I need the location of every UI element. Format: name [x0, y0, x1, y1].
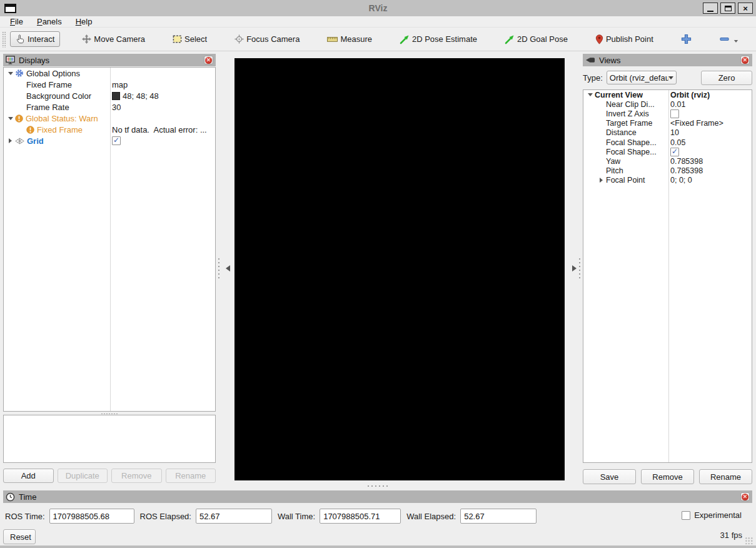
tree-row-current-view[interactable]: Current ViewOrbit (rviz) [583, 90, 752, 99]
property-value[interactable]: map [112, 80, 128, 89]
duplicate-button[interactable]: Duplicate [58, 469, 108, 483]
tree-row-global-options[interactable]: Global Options [4, 68, 215, 79]
tool-label: Focus Camera [246, 34, 300, 44]
property-value[interactable]: 48; 48; 48 [123, 91, 159, 101]
property-value[interactable]: 30 [112, 103, 121, 112]
left-splitter-handle[interactable] [218, 257, 221, 281]
field-input[interactable] [49, 509, 134, 524]
add-tool-button[interactable] [675, 31, 697, 48]
property-value[interactable]: 0.785398 [670, 157, 703, 166]
views-panel-header[interactable]: Views ✕ [583, 54, 752, 66]
add-button[interactable]: Add [3, 469, 54, 483]
bottom-splitter-handle[interactable] [366, 485, 389, 488]
checkbox[interactable] [112, 136, 121, 145]
remove-tool-button[interactable] [713, 30, 744, 48]
views-close-button[interactable]: ✕ [740, 56, 750, 64]
rename-button[interactable]: Rename [166, 469, 216, 483]
field-input[interactable] [460, 509, 537, 524]
tree-row-grid[interactable]: Grid [4, 135, 215, 146]
tool-measure[interactable]: Measure [321, 31, 378, 47]
save-button[interactable]: Save [583, 469, 636, 484]
time-field-ros-elapsed: ROS Elapsed: [140, 509, 272, 524]
menu-item-panels[interactable]: Panels [37, 17, 62, 26]
tree-row-frame-rate[interactable]: Frame Rate30 [4, 101, 215, 113]
property-value[interactable]: 0; 0; 0 [670, 176, 692, 185]
tree-row-yaw[interactable]: Yaw0.785398 [583, 156, 752, 166]
tool-focus-camera[interactable]: Focus Camera [229, 31, 305, 47]
tree-row-focal-point[interactable]: Focal Point0; 0; 0 [583, 176, 752, 185]
collapse-right-arrow-icon[interactable] [572, 265, 580, 271]
warning-icon [26, 126, 34, 134]
views-buttons: SaveRemoveRename [583, 469, 752, 484]
property-value[interactable]: 10 [670, 128, 679, 137]
monitor-icon [6, 56, 15, 64]
tool-select[interactable]: Select [167, 31, 213, 47]
remove-button[interactable]: Remove [111, 469, 162, 483]
time-panel-body: ROS Time:ROS Elapsed:Wall Time:Wall Elap… [0, 503, 756, 545]
column-divider[interactable] [110, 68, 111, 411]
field-input[interactable] [196, 509, 272, 524]
view-type-dropdown[interactable]: Orbit (rviz_default_p [607, 71, 677, 84]
tree-row-pitch[interactable]: Pitch0.785398 [583, 166, 752, 176]
displays-close-button[interactable]: ✕ [204, 56, 213, 64]
tool-move-camera[interactable]: Move Camera [76, 31, 151, 47]
tool-publish-point[interactable]: Publish Point [590, 31, 659, 48]
time-field-ros-time: ROS Time: [5, 509, 134, 524]
property-value[interactable]: 0.05 [670, 138, 685, 147]
color-swatch[interactable] [112, 92, 120, 100]
property-value[interactable]: 0.01 [670, 100, 685, 109]
expander-right-icon[interactable] [6, 138, 15, 143]
property-value[interactable]: <Fixed Frame> [670, 119, 723, 128]
zero-button[interactable]: Zero [701, 71, 752, 85]
tree-row-focal-shape[interactable]: Focal Shape...0.05 [583, 138, 752, 147]
time-panel-header[interactable]: Time ✕ [3, 490, 752, 503]
property-value[interactable]: Orbit (rviz) [670, 91, 710, 99]
tree-row-invert-z-axis[interactable]: Invert Z Axis [583, 109, 752, 118]
pose-arrow-icon [505, 34, 515, 44]
tree-row-fixed-frame[interactable]: Fixed Framemap [4, 79, 215, 90]
checkbox[interactable] [670, 109, 679, 118]
minimize-button[interactable] [703, 3, 718, 14]
tree-row-global-status-warn[interactable]: Global Status: Warn [4, 113, 215, 124]
menu-item-help[interactable]: Help [76, 17, 93, 26]
title-bar[interactable]: RViz × [0, 0, 756, 16]
maximize-button[interactable] [720, 3, 735, 14]
tree-row-background-color[interactable]: Background Color48; 48; 48 [4, 90, 215, 101]
selection-box-icon [173, 34, 182, 44]
remove-button[interactable]: Remove [641, 469, 694, 484]
experimental-checkbox[interactable] [682, 511, 690, 520]
close-icon: ✕ [742, 494, 748, 500]
experimental-label: Experimental [694, 510, 742, 520]
tree-row-focal-shape[interactable]: Focal Shape... [583, 147, 752, 156]
reset-button[interactable]: Reset [3, 529, 36, 544]
3d-viewport[interactable] [234, 58, 565, 480]
tool-2d-pose-estimate[interactable]: 2D Pose Estimate [394, 31, 483, 48]
close-button[interactable]: × [738, 3, 753, 14]
property-value[interactable]: No tf data. Actual error: ... [112, 125, 207, 134]
displays-panel-header[interactable]: Displays ✕ [3, 54, 216, 66]
expander-right-icon[interactable] [597, 178, 606, 183]
toolbar-drag-handle[interactable] [2, 31, 6, 48]
views-type-row: Type: Orbit (rviz_default_p Zero [583, 69, 752, 86]
column-divider[interactable] [668, 90, 669, 462]
checkbox[interactable] [670, 148, 679, 156]
window-icon[interactable] [4, 4, 16, 13]
resize-grip[interactable] [745, 537, 753, 544]
tree-row-distance[interactable]: Distance10 [583, 128, 752, 138]
expander-down-icon[interactable] [6, 69, 15, 78]
rename-button[interactable]: Rename [699, 469, 752, 484]
tree-row-fixed-frame[interactable]: Fixed FrameNo tf data. Actual error: ... [4, 124, 215, 135]
tool-2d-goal-pose[interactable]: 2D Goal Pose [499, 31, 573, 48]
tool-interact[interactable]: Interact [10, 31, 60, 47]
tree-row-target-frame[interactable]: Target Frame<Fixed Frame> [583, 119, 752, 128]
expander-down-icon[interactable] [6, 114, 15, 123]
menu-item-file[interactable]: File [10, 17, 23, 26]
tree-row-near-clip-di[interactable]: Near Clip Di...0.01 [583, 99, 752, 109]
collapse-left-arrow-icon[interactable] [223, 265, 230, 271]
property-label: Focal Point [606, 176, 645, 185]
field-input[interactable] [320, 509, 401, 524]
time-close-button[interactable]: ✕ [740, 492, 750, 501]
property-label: Fixed Frame [37, 125, 83, 134]
expander-down-icon[interactable] [585, 91, 595, 99]
property-value[interactable]: 0.785398 [670, 166, 703, 175]
